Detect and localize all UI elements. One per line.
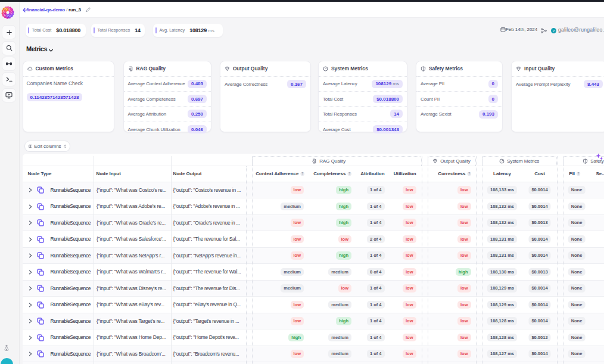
svg-text:?: ?: [577, 172, 579, 175]
svg-text:?: ?: [301, 172, 303, 175]
svg-text:?: ?: [468, 172, 470, 175]
svg-text:?: ?: [348, 172, 350, 175]
